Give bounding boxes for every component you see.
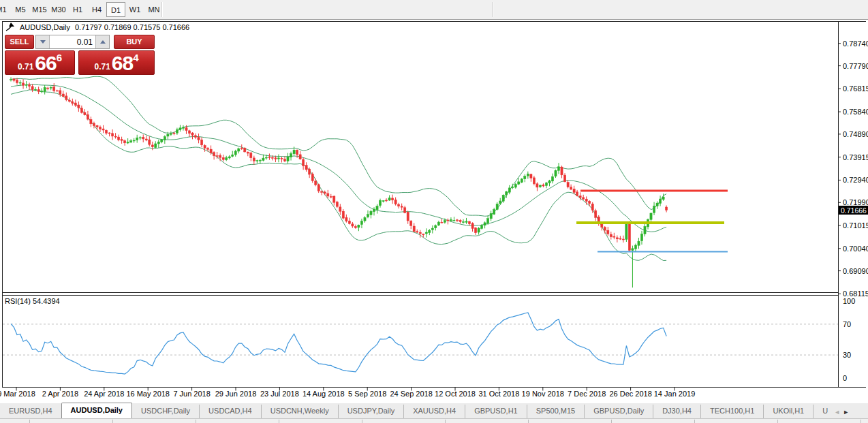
status-separator <box>777 420 778 423</box>
chart-tab-DJ30-H4[interactable]: DJ30,H4 <box>653 405 700 418</box>
chart-layers: 0.787400.777900.768150.758400.748900.739… <box>0 22 868 398</box>
svg-text:5 Sep 2018: 5 Sep 2018 <box>348 390 386 398</box>
status-separator <box>112 420 113 423</box>
candles-layer <box>10 77 667 287</box>
one-click-trading-panel: SELL BUY 0.71 66 6 <box>5 35 155 75</box>
svg-text:0.71015: 0.71015 <box>843 221 868 230</box>
chart-tab-TECH100-H1[interactable]: TECH100,H1 <box>700 405 763 418</box>
price-axis: 0.787400.777900.768150.758400.748900.739… <box>838 40 868 382</box>
svg-text:7 Jun 2018: 7 Jun 2018 <box>173 390 210 398</box>
svg-text:19 Nov 2018: 19 Nov 2018 <box>522 390 564 398</box>
pane-borders <box>2 22 866 388</box>
bid-price-button[interactable]: 0.71 66 6 <box>5 50 75 75</box>
date-axis: 9 Mar 20182 Apr 201824 Apr 201816 May 20… <box>0 388 695 398</box>
status-separator <box>445 420 446 423</box>
volume-spinner <box>35 35 110 49</box>
rsi-line <box>11 313 666 374</box>
ask-price-big-digits: 68 <box>112 54 133 72</box>
chart-symbol-period: AUDUSD,Daily <box>20 23 70 31</box>
chart-tab-XAUUSD-H4[interactable]: XAUUSD,H4 <box>403 405 465 418</box>
svg-text:26 Dec 2018: 26 Dec 2018 <box>609 390 651 398</box>
svg-text:23 Jul 2018: 23 Jul 2018 <box>260 390 299 398</box>
chart-tabs-bar: EURUSD,H4AUDUSD,DailyUSDCHF,DailyUSDCAD,… <box>0 403 868 418</box>
chart-tab-GBPUSD-H1[interactable]: GBPUSD,H1 <box>465 405 527 418</box>
svg-text:0.74890: 0.74890 <box>843 130 868 138</box>
ask-price-prefix: 0.71 <box>94 63 110 72</box>
sell-button[interactable]: SELL <box>5 35 34 49</box>
chart-tab-UKOil-H1[interactable]: UKOil,H1 <box>763 405 813 418</box>
buy-button[interactable]: BUY <box>114 35 155 49</box>
toolbar-divider <box>492 2 493 17</box>
arrow-down-icon <box>40 40 46 44</box>
svg-text:0.69090: 0.69090 <box>843 267 868 275</box>
tab-scroll-right-icon[interactable]: ► <box>843 409 849 416</box>
svg-text:0.70040: 0.70040 <box>843 245 868 253</box>
svg-text:70: 70 <box>843 320 851 328</box>
svg-text:100: 100 <box>843 297 855 305</box>
bid-price-big-digits: 66 <box>35 54 56 72</box>
status-separator <box>611 420 612 423</box>
timeframe-button-M5[interactable]: M5 <box>11 2 30 17</box>
status-separator <box>362 420 362 423</box>
status-separator <box>196 420 196 423</box>
timeframe-toolbar: M1M5M15M30H1H4D1W1MN <box>0 0 868 20</box>
volume-input[interactable] <box>50 35 95 48</box>
svg-text:9 Mar 2018: 9 Mar 2018 <box>0 390 35 398</box>
chart-tab-SP500-M15[interactable]: SP500,M15 <box>527 405 584 418</box>
volume-decrease-button[interactable] <box>36 35 50 48</box>
svg-text:12 Oct 2018: 12 Oct 2018 <box>435 390 476 398</box>
price-chart-canvas[interactable]: 0.787400.777900.768150.758400.748900.739… <box>0 20 868 403</box>
ask-price-button[interactable]: 0.71 68 4 <box>78 50 155 75</box>
current-price-value: 0.71666 <box>841 206 867 215</box>
chart-tab-GBPUSD-Daily[interactable]: GBPUSD,Daily <box>584 405 653 418</box>
status-separator <box>694 420 695 423</box>
svg-text:30: 30 <box>843 351 851 359</box>
chart-title: AUDUSD,Daily 0.71797 0.71869 0.71575 0.7… <box>5 22 189 31</box>
svg-text:24 Apr 2018: 24 Apr 2018 <box>84 390 124 398</box>
status-separator <box>279 420 279 423</box>
chart-tab-U[interactable]: U <box>813 405 830 418</box>
status-separator <box>861 420 861 423</box>
tab-scroll-controls: ◄► <box>834 409 849 416</box>
chart-tab-USDCHF-Daily[interactable]: USDCHF,Daily <box>132 405 199 418</box>
svg-text:0.78740: 0.78740 <box>843 40 868 48</box>
svg-text:16 May 2018: 16 May 2018 <box>126 390 170 398</box>
arrow-up-icon <box>100 40 106 44</box>
timeframe-button-MN[interactable]: MN <box>144 2 164 17</box>
chart-tab-USDJPY-Daily[interactable]: USDJPY,Daily <box>338 405 404 418</box>
one-click-arrow-icon[interactable] <box>5 22 16 31</box>
status-separator <box>528 420 529 423</box>
toolbar-divider <box>161 2 162 17</box>
volume-increase-button[interactable] <box>95 35 109 48</box>
timeframe-button-W1[interactable]: W1 <box>125 2 144 17</box>
svg-text:29 Jun 2018: 29 Jun 2018 <box>215 390 257 398</box>
chart-window[interactable]: 0.787400.777900.768150.758400.748900.739… <box>0 20 868 403</box>
svg-text:0.73915: 0.73915 <box>843 153 868 161</box>
svg-text:31 Oct 2018: 31 Oct 2018 <box>478 390 519 398</box>
timeframe-button-M30[interactable]: M30 <box>49 2 68 17</box>
mt4-window: M1M5M15M30H1H4D1W1MN 0.787400.777900.768… <box>0 0 868 423</box>
timeframe-button-M1[interactable]: M1 <box>0 2 11 17</box>
tab-scroll-left-icon[interactable]: ◄ <box>834 409 840 416</box>
main-pane <box>10 76 728 287</box>
timeframe-button-M15[interactable]: M15 <box>30 2 49 17</box>
bollinger-middle-band <box>11 84 666 232</box>
chart-tab-USDCAD-H4[interactable]: USDCAD,H4 <box>199 405 261 418</box>
timeframe-button-D1[interactable]: D1 <box>106 2 125 17</box>
svg-text:2 Apr 2018: 2 Apr 2018 <box>42 390 78 398</box>
timeframe-button-H1[interactable]: H1 <box>68 2 87 17</box>
chart-tab-USDCNH-Weekly[interactable]: USDCNH,Weekly <box>261 405 338 418</box>
bollinger-upper-band <box>11 76 666 216</box>
rsi-indicator-label: RSI(14) 54.4394 <box>5 297 60 305</box>
chart-ohlc-values: 0.71797 0.71869 0.71575 0.71666 <box>75 23 189 31</box>
status-strip <box>0 418 868 423</box>
timeframe-button-H4[interactable]: H4 <box>87 2 106 17</box>
ask-price-pipette: 4 <box>133 53 138 62</box>
svg-text:0.71990: 0.71990 <box>843 198 868 206</box>
rsi-pane <box>3 313 838 374</box>
svg-text:0: 0 <box>843 374 847 382</box>
svg-text:0.72940: 0.72940 <box>843 176 868 184</box>
chart-tab-AUDUSD-Daily[interactable]: AUDUSD,Daily <box>61 403 132 418</box>
timeframe-buttons: M1M5M15M30H1H4D1W1MN <box>0 2 164 17</box>
chart-tab-EURUSD-H4[interactable]: EURUSD,H4 <box>0 405 61 418</box>
